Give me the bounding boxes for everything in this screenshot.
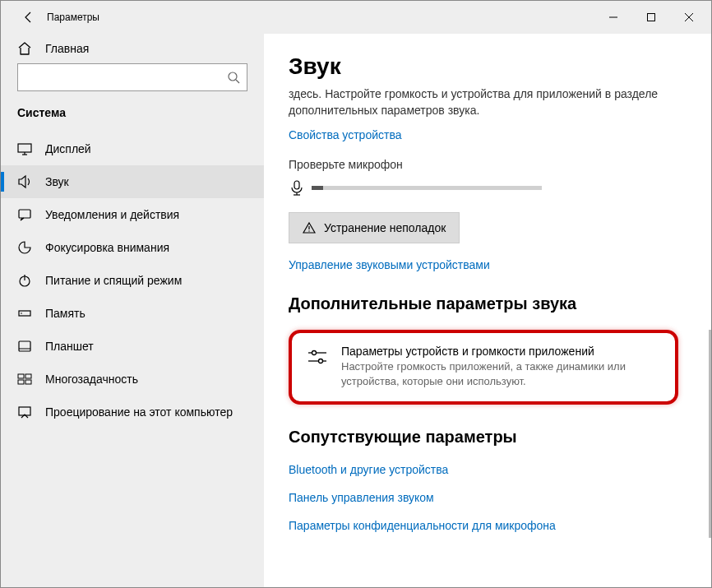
- warning-icon: [303, 221, 316, 234]
- sidebar-item-display[interactable]: Дисплей: [1, 132, 264, 165]
- related-link-mic-privacy[interactable]: Параметры конфиденциальности для микрофо…: [289, 519, 678, 532]
- related-link-sound-panel[interactable]: Панель управления звуком: [289, 491, 678, 504]
- maximize-icon: [647, 13, 655, 21]
- sidebar: Главная Система Дисплей Звук Уведомления…: [1, 34, 264, 587]
- sidebar-item-label: Многозадачность: [45, 373, 138, 386]
- maximize-button[interactable]: [632, 4, 670, 30]
- svg-rect-15: [25, 374, 31, 378]
- sidebar-item-power[interactable]: Питание и спящий режим: [1, 264, 264, 297]
- device-properties-link[interactable]: Свойства устройства: [289, 128, 678, 141]
- titlebar: Параметры: [1, 1, 711, 34]
- microphone-icon: [289, 179, 305, 196]
- app-volume-title: Параметры устройств и громкости приложен…: [341, 345, 660, 358]
- svg-point-23: [308, 230, 309, 231]
- svg-rect-1: [648, 14, 655, 21]
- back-button[interactable]: [17, 6, 40, 29]
- multitasking-icon: [17, 372, 32, 387]
- sidebar-item-label: Память: [45, 307, 86, 320]
- projecting-icon: [17, 405, 32, 419]
- window-body: Главная Система Дисплей Звук Уведомления…: [1, 34, 711, 587]
- sidebar-item-sound[interactable]: Звук: [1, 165, 264, 198]
- minimize-icon: [609, 13, 617, 21]
- power-icon: [17, 273, 32, 288]
- troubleshoot-button[interactable]: Устранение неполадок: [289, 212, 460, 243]
- related-link-bluetooth[interactable]: Bluetooth и другие устройства: [289, 463, 678, 476]
- intro-text: здесь. Настройте громкость и устройства …: [289, 86, 678, 118]
- home-label: Главная: [45, 42, 89, 55]
- sidebar-item-label: Проецирование на этот компьютер: [45, 405, 233, 419]
- close-icon: [685, 13, 693, 21]
- related-heading: Сопутствующие параметры: [289, 428, 678, 447]
- svg-rect-14: [18, 374, 24, 378]
- sidebar-item-label: Дисплей: [45, 142, 91, 155]
- svg-line-3: [236, 80, 239, 83]
- mic-test-row: [289, 179, 678, 196]
- close-button[interactable]: [670, 4, 708, 30]
- notifications-icon: [17, 207, 32, 222]
- search-input[interactable]: [25, 72, 227, 84]
- svg-rect-10: [19, 311, 30, 316]
- svg-point-2: [229, 72, 237, 81]
- sidebar-item-label: Уведомления и действия: [45, 208, 179, 221]
- search-box[interactable]: [17, 63, 247, 91]
- svg-rect-16: [18, 380, 24, 384]
- minimize-button[interactable]: [594, 4, 632, 30]
- search-wrap: [1, 63, 264, 100]
- svg-point-11: [21, 313, 22, 314]
- check-mic-label: Проверьте микрофон: [289, 158, 678, 171]
- window-title: Параметры: [47, 12, 99, 23]
- home-icon: [17, 41, 32, 56]
- storage-icon: [17, 306, 32, 321]
- sidebar-item-storage[interactable]: Память: [1, 297, 264, 330]
- app-volume-desc: Настройте громкость приложений, а также …: [341, 359, 660, 389]
- svg-point-25: [312, 351, 317, 355]
- troubleshoot-label: Устранение неполадок: [324, 221, 446, 234]
- sidebar-item-focus[interactable]: Фокусировка внимания: [1, 231, 264, 264]
- app-volume-text: Параметры устройств и громкости приложен…: [341, 345, 660, 389]
- window-controls: [594, 4, 708, 30]
- app-volume-settings-link[interactable]: Параметры устройств и громкости приложен…: [289, 330, 678, 404]
- advanced-heading: Дополнительные параметры звука: [289, 294, 678, 313]
- sound-icon: [17, 174, 32, 189]
- sidebar-item-multitasking[interactable]: Многозадачность: [1, 363, 264, 396]
- sliders-icon: [307, 346, 328, 368]
- svg-rect-4: [18, 144, 31, 152]
- sidebar-item-projecting[interactable]: Проецирование на этот компьютер: [1, 396, 264, 428]
- sidebar-item-label: Фокусировка внимания: [45, 241, 169, 254]
- mic-level-bar: [312, 186, 542, 190]
- focus-icon: [17, 240, 32, 255]
- sidebar-item-label: Питание и спящий режим: [45, 274, 182, 287]
- manage-devices-link[interactable]: Управление звуковыми устройствами: [289, 258, 678, 271]
- page-title: Звук: [289, 53, 678, 80]
- svg-rect-7: [19, 210, 30, 218]
- svg-point-27: [319, 359, 323, 363]
- main-content: Звук здесь. Настройте громкость и устрой…: [264, 34, 711, 587]
- category-title: Система: [1, 100, 264, 132]
- svg-rect-17: [25, 380, 31, 384]
- sidebar-item-label: Звук: [45, 175, 69, 188]
- display-icon: [17, 141, 32, 156]
- home-nav[interactable]: Главная: [1, 34, 264, 63]
- svg-rect-12: [19, 341, 30, 351]
- tablet-icon: [17, 339, 32, 354]
- svg-rect-19: [294, 181, 299, 189]
- sidebar-item-notifications[interactable]: Уведомления и действия: [1, 198, 264, 231]
- search-icon: [227, 71, 240, 84]
- scrollbar[interactable]: [709, 330, 711, 538]
- sidebar-item-tablet[interactable]: Планшет: [1, 330, 264, 363]
- arrow-left-icon: [22, 11, 35, 24]
- settings-window: Параметры Главная: [0, 0, 712, 588]
- sidebar-item-label: Планшет: [45, 340, 94, 353]
